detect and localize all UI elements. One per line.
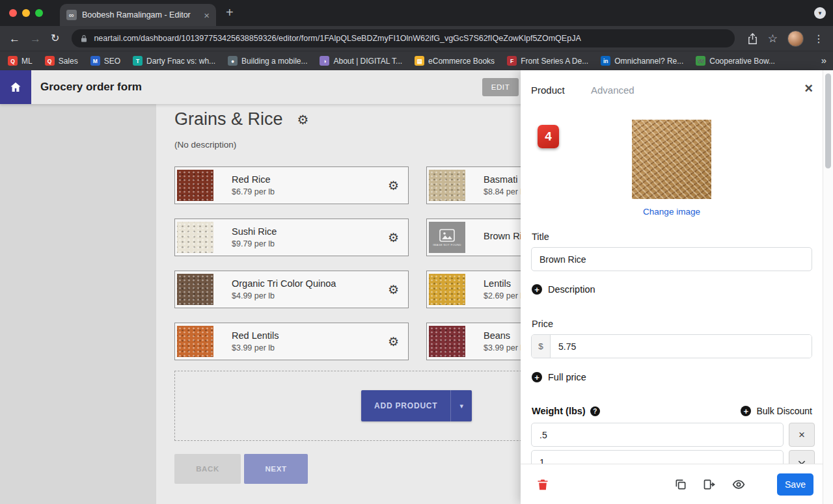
reload-button[interactable]: ↻ [51, 33, 59, 44]
bookmark-favicon: ➿ [696, 56, 705, 66]
add-full-price-button[interactable]: + Full price [532, 372, 586, 382]
weight-input-1[interactable] [531, 423, 784, 447]
window-zoom-icon[interactable] [35, 9, 43, 17]
browser-menu-icon[interactable]: ⋮ [813, 33, 824, 45]
remove-weight-button[interactable]: × [789, 423, 815, 447]
duplicate-product-button[interactable] [674, 478, 687, 491]
panel-scrollbar[interactable] [823, 70, 833, 504]
bookmark-favicon: ▤ [415, 56, 424, 66]
product-editor-panel: Product Advanced × 4 Change image Title … [521, 70, 823, 504]
url-bar[interactable]: neartail.com/dashboard/10139775342563885… [72, 29, 734, 47]
product-settings-gear-icon[interactable]: ⚙ [388, 230, 399, 245]
bookmark-favicon: ● [228, 56, 238, 66]
home-button[interactable] [0, 70, 31, 104]
product-thumbnail [177, 170, 213, 201]
add-product-label: ADD PRODUCT [361, 390, 450, 421]
page-title: Grocery order form [40, 70, 142, 104]
url-text: neartail.com/dashboard/10139775342563885… [94, 34, 580, 43]
bookmark-favicon: Q [8, 56, 18, 66]
product-thumbnail [177, 326, 213, 357]
bookmark-label: ML [21, 57, 33, 66]
share-button[interactable] [747, 33, 758, 45]
lock-icon[interactable] [80, 34, 88, 43]
product-thumbnail [177, 222, 213, 253]
section-title: Grains & Rice [174, 109, 283, 129]
bookmark-item[interactable]: ➿ Cooperative Bow... [696, 56, 775, 66]
bookmark-item[interactable]: Q Sales [45, 56, 78, 66]
panel-close-icon[interactable]: × [804, 81, 813, 96]
back-button[interactable]: BACK [174, 454, 241, 484]
bookmark-label: SEO [104, 57, 120, 66]
tab-advanced[interactable]: Advanced [591, 85, 635, 96]
section-description: (No description) [174, 140, 236, 150]
weight-header-row: Weight (lbs) ? + Bulk Discount [532, 406, 812, 416]
new-tab-button[interactable]: + [226, 6, 234, 19]
window-minimize-icon[interactable] [22, 9, 30, 17]
profile-avatar[interactable] [787, 31, 804, 47]
change-image-link[interactable]: Change image [521, 207, 823, 217]
product-price: $6.79 per lb [232, 187, 388, 196]
tab-product[interactable]: Product [531, 85, 565, 96]
browser-toolbar: ← → ↻ neartail.com/dashboard/10139775342… [0, 26, 833, 51]
product-price: $3.99 per lb [232, 343, 388, 352]
scrollbar-thumb[interactable] [825, 73, 831, 168]
bookmark-favicon: Q [45, 56, 55, 66]
browser-tab[interactable]: ∞ Boobesh Ramalingam - Editor × [60, 4, 216, 26]
tab-close-icon[interactable]: × [204, 10, 210, 20]
product-thumbnail [177, 274, 213, 305]
bookmark-favicon: F [507, 56, 517, 66]
bookmark-item[interactable]: Q ML [8, 56, 33, 66]
tab-search-icon[interactable]: ▾ [814, 7, 826, 19]
product-thumbnail [429, 326, 465, 357]
help-icon[interactable]: ? [590, 406, 600, 416]
bookmark-item[interactable]: ● Building a mobile... [228, 56, 307, 66]
back-button[interactable]: ← [9, 33, 20, 44]
eye-icon [731, 478, 746, 491]
price-input[interactable] [551, 335, 812, 358]
product-settings-gear-icon[interactable]: ⚙ [388, 178, 399, 193]
product-thumbnail: IMAGE NOT FOUND [429, 222, 465, 253]
title-input[interactable] [531, 247, 812, 271]
bookmark-item[interactable]: M SEO [90, 56, 120, 66]
window-close-icon[interactable] [9, 9, 17, 17]
delete-product-button[interactable] [536, 477, 549, 492]
tab-title: Boobesh Ramalingam - Editor [82, 10, 198, 20]
product-card[interactable]: Organic Tri Color Quinoa $4.99 per lb ⚙ [174, 271, 409, 308]
bookmark-item[interactable]: ◑ About | DIGITAL T... [320, 56, 402, 66]
product-settings-gear-icon[interactable]: ⚙ [388, 334, 399, 349]
bookmarks-overflow-icon[interactable]: » [821, 55, 826, 66]
section-settings-gear-icon[interactable]: ⚙ [297, 113, 309, 126]
share-icon [747, 33, 758, 45]
product-title: Sushi Rice [232, 226, 388, 237]
product-title: Red Lentils [232, 330, 388, 341]
bookmark-favicon: T [133, 56, 143, 66]
dropdown-caret-icon[interactable]: ▾ [450, 390, 472, 421]
bookmark-item[interactable]: T Darty Fnac vs: wh... [133, 56, 215, 66]
bookmark-label: Building a mobile... [241, 57, 307, 66]
plus-icon: + [532, 372, 542, 382]
bookmark-item[interactable]: in Omnichannel? Re... [601, 56, 683, 66]
forward-button[interactable]: → [30, 33, 41, 44]
add-product-button[interactable]: ADD PRODUCT ▾ [361, 390, 472, 421]
bookmark-star-icon[interactable]: ☆ [768, 32, 778, 46]
product-card[interactable]: Red Rice $6.79 per lb ⚙ [174, 166, 409, 204]
product-card[interactable]: Red Lentils $3.99 per lb ⚙ [174, 323, 409, 360]
bookmark-label: Sales [59, 57, 78, 66]
preview-button[interactable] [731, 478, 746, 491]
traffic-lights [9, 9, 43, 17]
tab-favicon-icon: ∞ [66, 10, 77, 20]
next-button[interactable]: NEXT [244, 454, 308, 484]
title-label: Title [532, 232, 549, 242]
add-description-button[interactable]: + Description [532, 284, 595, 295]
copy-to-button[interactable] [703, 478, 716, 491]
product-settings-gear-icon[interactable]: ⚙ [388, 282, 399, 297]
bookmark-item[interactable]: ▤ eCommerce Books [415, 56, 495, 66]
bookmark-item[interactable]: F Front Series A De... [507, 56, 588, 66]
edit-button[interactable]: EDIT [482, 78, 519, 96]
add-bulk-discount-button[interactable]: + Bulk Discount [741, 406, 812, 416]
product-card[interactable]: Sushi Rice $9.79 per lb ⚙ [174, 219, 409, 256]
product-price: $4.99 per lb [232, 291, 388, 300]
add-bulk-discount-label: Bulk Discount [756, 406, 812, 416]
save-button[interactable]: Save [777, 473, 813, 496]
bookmark-label: About | DIGITAL T... [333, 57, 402, 66]
